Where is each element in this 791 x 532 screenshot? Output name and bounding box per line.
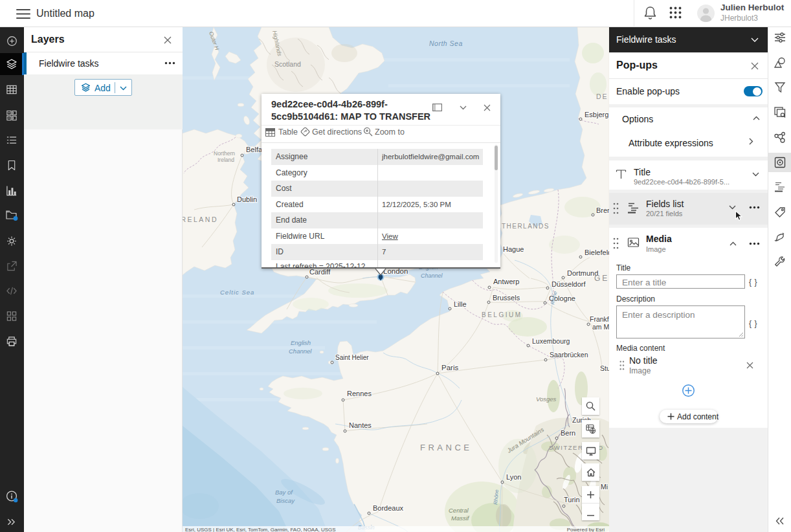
svg-text:DE: DE [596, 93, 608, 100]
svg-text:Nantes: Nantes [349, 421, 372, 429]
svg-text:BELGIUM: BELGIUM [482, 311, 522, 318]
svg-text:Lyon: Lyon [506, 473, 521, 481]
svg-text:am Mai: am Mai [592, 323, 609, 331]
svg-text:Channel: Channel [289, 348, 312, 355]
svg-text:Antwerp: Antwerp [493, 278, 519, 285]
svg-text:Northern: Northern [214, 150, 235, 157]
svg-text:Brussels: Brussels [493, 294, 520, 302]
svg-text:Biscay: Biscay [276, 497, 295, 504]
svg-text:Ireland: Ireland [217, 157, 234, 163]
svg-text:Scotland: Scotland [274, 60, 301, 68]
svg-text:Celtic Sea: Celtic Sea [220, 289, 254, 296]
svg-text:Bordeaux: Bordeaux [373, 504, 404, 512]
svg-text:Rennes: Rennes [347, 390, 372, 397]
svg-text:Esbjerg: Esbjerg [585, 111, 608, 118]
svg-text:Hague: Hague [503, 245, 524, 253]
svg-text:IRELAND: IRELAND [183, 216, 218, 223]
svg-text:Dublin: Dublin [237, 195, 257, 203]
svg-text:Luxembourg: Luxembourg [532, 337, 570, 345]
svg-text:Bremen: Bremen [596, 206, 609, 214]
svg-text:FRANCE: FRANCE [420, 443, 472, 452]
svg-text:Lille: Lille [454, 300, 467, 308]
svg-text:Vosges: Vosges [536, 395, 557, 403]
svg-text:North Sea: North Sea [429, 39, 463, 47]
svg-text:Mi: Mi [601, 483, 608, 491]
svg-text:Stu: Stu [600, 364, 609, 372]
svg-text:Channel: Channel [421, 272, 443, 279]
svg-text:English: English [291, 339, 311, 346]
svg-text:Bay of: Bay of [275, 489, 293, 496]
svg-text:GE: GE [594, 274, 609, 283]
svg-text:Central: Central [449, 507, 469, 514]
svg-text:Frankfu: Frankfu [590, 315, 609, 323]
svg-text:Paris: Paris [441, 364, 458, 371]
svg-text:Bern: Bern [561, 429, 575, 437]
svg-text:Saarbrücken: Saarbrücken [550, 351, 588, 359]
svg-text:Düsseldorf: Düsseldorf [551, 280, 586, 288]
svg-text:Cardiff: Cardiff [309, 268, 331, 276]
svg-text:Massif: Massif [451, 515, 470, 522]
svg-text:Bielefeld: Bielefeld [585, 249, 609, 256]
svg-text:Saint Helier: Saint Helier [335, 354, 369, 361]
svg-text:Turin: Turin [564, 496, 580, 504]
